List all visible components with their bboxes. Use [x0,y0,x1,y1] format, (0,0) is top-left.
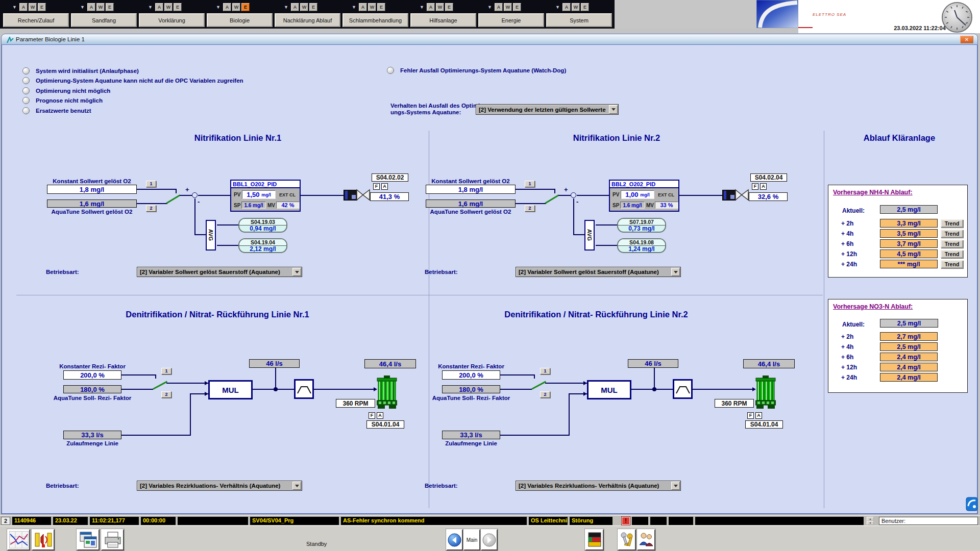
chevron-down-icon[interactable]: ▼ [555,5,560,10]
chevron-down-icon[interactable] [292,268,301,276]
users-button[interactable] [637,529,655,550]
awe-button-e[interactable]: E [377,3,385,11]
picture-select-button[interactable] [77,529,100,550]
awe-button-w[interactable]: W [368,3,376,11]
chevron-down-icon[interactable] [671,268,680,276]
mode-select[interactable]: [2] Variabler Sollwert gelöst Sauerstoff… [516,267,681,277]
a-button[interactable]: A [381,183,388,190]
pid-controller-block[interactable]: BBL2_O202_PID PV 1,00 mg/l EXT CL SP 1.6… [609,180,679,212]
selector-button-1[interactable]: 1 [161,368,172,374]
awe-button-w[interactable]: W [436,3,444,11]
area-tab[interactable]: Sandfang [71,13,137,27]
awe-button-e[interactable]: E [241,3,250,11]
valve-tag[interactable]: S04.02.04 [750,173,787,182]
message-icon[interactable] [966,497,978,513]
print-button[interactable] [101,529,124,550]
valve-actuator-icon[interactable] [344,190,357,201]
valve-icon[interactable] [735,189,749,202]
awe-button-w[interactable]: W [232,3,240,11]
oxygen-sensor[interactable]: S07.19.07 0,73 mg/l [617,218,666,233]
trend-button[interactable]: Trend [941,240,963,248]
chevron-down-icon[interactable] [671,482,680,490]
awe-button-e[interactable]: E [581,3,589,11]
awe-button-e[interactable]: E [38,3,46,11]
language-button[interactable] [585,529,604,550]
chevron-down-icon[interactable]: ▼ [148,5,153,10]
f-button[interactable]: F [747,412,754,419]
awe-button-a[interactable]: A [223,3,231,11]
valve-actuator-icon[interactable] [722,190,736,201]
awe-button-a[interactable]: A [19,3,28,11]
mode-select[interactable]: [2] Variables Rezirkluations- Verhältnis… [516,481,681,491]
selector-button-1[interactable]: 1 [525,181,535,187]
chevron-down-icon[interactable]: ▼ [80,5,85,10]
area-tab[interactable]: Rechen/Zulauf [3,13,69,27]
f-button[interactable]: F [752,183,758,190]
awe-button-e[interactable]: E [309,3,317,11]
area-tab[interactable]: Schlammbehandlung [342,13,408,27]
fallback-mode-select[interactable]: [2] Verwendung der letzten gültigen Soll… [476,104,619,115]
const-factor-input[interactable]: 200,0 % [63,370,121,380]
alarm-scrollbar[interactable]: ▲ ▼ [867,517,874,525]
awe-button-a[interactable]: A [291,3,299,11]
trend-button[interactable]: Trend [941,250,963,258]
awe-button-a[interactable]: A [359,3,367,11]
selector-button-2[interactable]: 2 [540,391,550,398]
awe-button-w[interactable]: W [29,3,37,11]
const-setpoint-input[interactable]: 1,8 mg/l [426,185,516,194]
mode-select[interactable]: [2] Variables Rezirkluations- Verhältnis… [137,481,302,491]
login-button[interactable] [618,529,636,550]
pump-tag[interactable]: S04.01.04 [745,420,783,429]
valve-tag[interactable]: S04.02.02 [372,173,408,182]
awe-button-w[interactable]: W [504,3,512,11]
trend-button[interactable]: Trend [941,260,963,268]
awe-button-e[interactable]: E [445,3,453,11]
awe-button-w[interactable]: W [300,3,308,11]
scroll-up-icon[interactable]: ▲ [867,517,874,521]
area-tab[interactable]: Vorklärung [139,13,205,27]
oxygen-sensor[interactable]: S04.19.08 1,24 mg/l [617,238,666,253]
chevron-down-icon[interactable] [292,482,301,490]
chevron-down-icon[interactable]: ▼ [420,5,424,10]
awe-button-e[interactable]: E [106,3,114,11]
area-tab[interactable]: Hilfsanlage [410,13,476,27]
selector-button-2[interactable]: 2 [525,205,535,212]
awe-button-a[interactable]: A [155,3,163,11]
window-titlebar[interactable]: Parameter Biologie Linie 1 ✕ [1,34,978,45]
forward-button[interactable] [481,529,498,550]
awe-button-a[interactable]: A [427,3,435,11]
area-tab[interactable]: Biologie [207,13,273,27]
a-button[interactable]: A [760,183,767,190]
selector-button-1[interactable]: 1 [146,181,156,187]
trend-button[interactable]: Trend [941,219,963,228]
selector-button-2[interactable]: 2 [146,205,156,212]
chevron-down-icon[interactable] [609,105,618,114]
f-button[interactable]: F [369,412,375,419]
awe-button-w[interactable]: W [572,3,580,11]
awe-button-w[interactable]: W [164,3,173,11]
oxygen-sensor[interactable]: S04.19.03 0,94 mg/l [238,218,287,233]
chevron-down-icon[interactable]: ▼ [12,5,17,10]
main-button[interactable]: Main [463,529,480,550]
area-tab[interactable]: System [546,13,612,27]
awe-button-e[interactable]: E [174,3,182,11]
oxygen-sensor[interactable]: S04.19.04 2,12 mg/l [238,238,287,253]
valve-icon[interactable] [356,189,370,202]
a-button[interactable]: A [755,412,762,419]
pump-icon[interactable] [377,375,397,410]
selector-button-2[interactable]: 2 [161,391,172,398]
pump-icon[interactable] [755,375,776,410]
area-tab[interactable]: Nachklärung Ablauf [275,13,340,27]
chevron-down-icon[interactable]: ▼ [487,5,492,10]
awe-button-a[interactable]: A [562,3,571,11]
alarm-list-button[interactable] [32,529,55,550]
const-factor-input[interactable]: 200,0 % [442,370,500,380]
selector-button-1[interactable]: 1 [540,368,550,374]
close-icon[interactable]: ✕ [960,36,973,43]
awe-button-a[interactable]: A [495,3,503,11]
scroll-down-icon[interactable]: ▼ [867,521,874,525]
trend-button[interactable]: Trend [941,230,963,238]
f-button[interactable]: F [373,183,380,190]
const-setpoint-input[interactable]: 1,8 mg/l [47,185,137,194]
pid-controller-block[interactable]: BBL1_O202_PID PV 1,50 mg/l EXT CL SP 1.6… [230,180,301,212]
